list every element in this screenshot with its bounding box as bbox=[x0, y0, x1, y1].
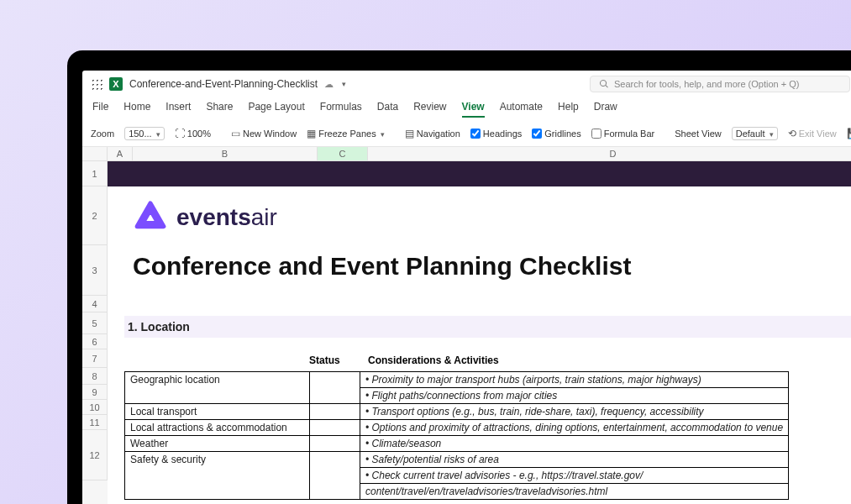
table-header-row: Status Considerations & Activities bbox=[124, 354, 499, 366]
row-status[interactable] bbox=[310, 372, 360, 404]
sheet-view-select[interactable]: Default ▾ bbox=[732, 127, 778, 140]
row-detail: content/travel/en/traveladvisories/trave… bbox=[360, 484, 789, 500]
row-status[interactable] bbox=[310, 452, 360, 500]
table-row: Local attractions & accommodation• Optio… bbox=[125, 420, 789, 436]
menu-view[interactable]: View bbox=[462, 101, 485, 118]
ribbon: Zoom 150... ▾ ⛶ 100% ▭ New Window ▦ Free… bbox=[82, 121, 851, 147]
col-header-b[interactable]: B bbox=[133, 147, 318, 161]
logo: eventsair bbox=[133, 200, 277, 235]
menu-insert[interactable]: Insert bbox=[165, 101, 191, 118]
row-header[interactable]: 11 bbox=[82, 415, 108, 430]
row-header[interactable]: 9 bbox=[82, 385, 108, 400]
row-label: Safety & security bbox=[125, 452, 310, 500]
row-header[interactable]: 12 bbox=[82, 430, 108, 480]
row-detail: • Proximity to major transport hubs (air… bbox=[360, 372, 789, 388]
row-header[interactable]: 4 bbox=[82, 296, 108, 312]
row-header[interactable]: 7 bbox=[82, 349, 108, 368]
navigation-button[interactable]: ▤ Navigation bbox=[405, 128, 460, 139]
row-header[interactable]: 10 bbox=[82, 400, 108, 415]
col-header-d[interactable]: D bbox=[368, 147, 851, 161]
row-header[interactable]: 6 bbox=[82, 334, 108, 349]
row-status[interactable] bbox=[310, 420, 360, 436]
new-window-icon: ▭ bbox=[231, 128, 240, 139]
menu-file[interactable]: File bbox=[92, 101, 108, 118]
row-detail: • Flight paths/connections from major ci… bbox=[360, 388, 789, 404]
headings-checkbox[interactable]: Headings bbox=[470, 129, 522, 139]
col-header-a[interactable]: A bbox=[108, 147, 133, 161]
row-header[interactable]: 3 bbox=[82, 245, 108, 296]
menu-share[interactable]: Share bbox=[206, 101, 233, 118]
sheet-body: 123456789101112 eventsair Conference and… bbox=[82, 161, 851, 504]
table-row: Geographic location• Proximity to major … bbox=[125, 372, 789, 388]
navigation-icon: ▤ bbox=[405, 128, 414, 139]
row-detail: • Check current travel advisories - e.g.… bbox=[360, 468, 789, 484]
title-bar: X Conference-and-Event-Planning-Checklis… bbox=[82, 71, 851, 97]
gridlines-checkbox[interactable]: Gridlines bbox=[532, 129, 580, 139]
row-header[interactable]: 8 bbox=[82, 368, 108, 385]
search-input[interactable]: Search for tools, help, and more (Option… bbox=[590, 76, 850, 92]
row-detail: • Transport options (e.g., bus, train, r… bbox=[360, 404, 789, 420]
row-status[interactable] bbox=[310, 404, 360, 420]
menu-automate[interactable]: Automate bbox=[500, 101, 543, 118]
new-window-button[interactable]: ▭ New Window bbox=[231, 128, 297, 139]
app-window: X Conference-and-Event-Planning-Checklis… bbox=[82, 71, 851, 504]
menu-bar: File Home Insert Share Page Layout Formu… bbox=[82, 97, 851, 121]
sheet-view-label: Sheet View bbox=[675, 129, 721, 139]
save-view-button: 💾 Save bbox=[847, 128, 851, 139]
page-title: Conference and Event Planning Checklist bbox=[133, 252, 631, 281]
spreadsheet-content[interactable]: eventsair Conference and Event Planning … bbox=[108, 161, 851, 504]
search-icon bbox=[599, 79, 609, 89]
title-dropdown-icon[interactable]: ▾ bbox=[342, 80, 346, 88]
row-header[interactable]: 1 bbox=[82, 161, 108, 186]
col-status-header: Status bbox=[309, 354, 360, 366]
menu-page-layout[interactable]: Page Layout bbox=[248, 101, 304, 118]
monitor-frame: X Conference-and-Event-Planning-Checklis… bbox=[67, 50, 851, 504]
zoom-select[interactable]: 150... ▾ bbox=[124, 127, 165, 140]
exit-view-button: ⟲ Exit View bbox=[788, 128, 837, 139]
row-label: Local transport bbox=[125, 404, 310, 420]
eventsair-logo-text: eventsair bbox=[176, 204, 277, 231]
checklist-table: Geographic location• Proximity to major … bbox=[124, 371, 789, 500]
row-label: Local attractions & accommodation bbox=[125, 420, 310, 436]
menu-draw[interactable]: Draw bbox=[594, 101, 617, 118]
table-row: Safety & security• Safety/potential risk… bbox=[125, 452, 789, 468]
app-launcher-icon[interactable] bbox=[91, 78, 102, 90]
table-row: Weather• Climate/season bbox=[125, 436, 789, 452]
top-banner bbox=[108, 161, 851, 186]
row-status[interactable] bbox=[310, 436, 360, 452]
menu-help[interactable]: Help bbox=[558, 101, 579, 118]
freeze-panes-button[interactable]: ▦ Freeze Panes ▾ bbox=[307, 128, 385, 139]
row-detail: • Climate/season bbox=[360, 436, 789, 452]
row-header[interactable]: 2 bbox=[82, 186, 108, 245]
col-header-c[interactable]: C bbox=[318, 147, 368, 161]
formula-bar-checkbox[interactable]: Formula Bar bbox=[591, 129, 655, 139]
menu-formulas[interactable]: Formulas bbox=[320, 101, 362, 118]
search-placeholder: Search for tools, help, and more (Option… bbox=[614, 79, 799, 89]
column-headers: A B C D bbox=[82, 147, 851, 161]
row-detail: • Safety/potential risks of area bbox=[360, 452, 789, 468]
file-name: Conference-and-Event-Planning-Checklist bbox=[129, 78, 318, 90]
row-detail: • Options and proximity of attractions, … bbox=[360, 420, 789, 436]
select-all-cell[interactable] bbox=[82, 147, 108, 161]
zoom-label: Zoom bbox=[91, 129, 114, 139]
zoom-100-button[interactable]: ⛶ 100% bbox=[175, 128, 211, 139]
menu-data[interactable]: Data bbox=[377, 101, 398, 118]
eventsair-logo-icon bbox=[133, 200, 168, 235]
cloud-sync-icon[interactable]: ☁︎ bbox=[324, 79, 334, 90]
freeze-panes-icon: ▦ bbox=[307, 128, 316, 139]
col-considerations-header: Considerations & Activities bbox=[368, 354, 499, 366]
row-header[interactable]: 5 bbox=[82, 312, 108, 334]
menu-review[interactable]: Review bbox=[413, 101, 446, 118]
table-row: Local transport• Transport options (e.g.… bbox=[125, 404, 789, 420]
row-label: Geographic location bbox=[125, 372, 310, 404]
menu-home[interactable]: Home bbox=[123, 101, 150, 118]
row-headers: 123456789101112 bbox=[82, 161, 108, 504]
excel-icon: X bbox=[109, 77, 123, 91]
section-heading: 1. Location bbox=[124, 316, 851, 338]
row-label: Weather bbox=[125, 436, 310, 452]
